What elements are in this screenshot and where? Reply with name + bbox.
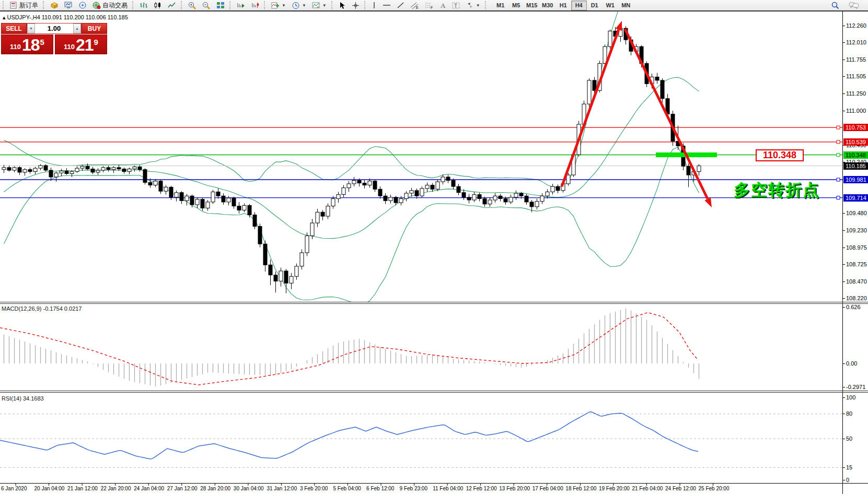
timeframe-button-m15[interactable]: M15 — [524, 1, 540, 10]
text-label-button[interactable]: T — [449, 0, 463, 10]
time-axis-label: 21 Jan 12:00 — [67, 486, 98, 491]
time-axis[interactable]: 6 Jan 202020 Jan 04:0021 Jan 12:0022 Jan… — [0, 484, 842, 494]
periods-button[interactable]: ▼ — [289, 0, 309, 10]
pane-separator[interactable] — [0, 391, 868, 391]
time-axis-border — [0, 483, 868, 484]
toolbar-grip — [264, 1, 267, 9]
channel-button[interactable]: E — [408, 0, 422, 10]
line-chart-button[interactable] — [165, 0, 179, 10]
timeframe-button-d1[interactable]: D1 — [587, 1, 603, 10]
price-axis[interactable]: 112.260112.010111.755111.505111.250111.0… — [842, 11, 868, 494]
zoom-out-icon — [202, 2, 211, 9]
horizontal-line-button[interactable] — [380, 0, 394, 10]
volume-decrease-button[interactable]: ▼ — [27, 23, 35, 33]
time-axis-label: 9 Feb 23:00 — [400, 486, 427, 491]
buy-price-big: 21 — [76, 37, 94, 53]
line-chart-icon — [168, 2, 176, 9]
price-level-label: 109.714 — [843, 194, 868, 202]
templates-button[interactable]: ▼ — [309, 0, 329, 10]
pane-separator[interactable] — [0, 302, 868, 302]
sell-button[interactable]: SELL — [1, 23, 27, 34]
fibonacci-button[interactable]: F — [422, 0, 436, 10]
horizontal-line-icon — [383, 2, 391, 9]
toolbar-grip — [485, 1, 488, 9]
price-axis-tick: 100 — [843, 394, 868, 401]
sell-price[interactable]: 110185 — [1, 34, 53, 54]
zoom-out-button[interactable] — [200, 0, 213, 10]
terminal-icon — [64, 2, 73, 9]
signals-button[interactable] — [76, 0, 89, 10]
indicators-button[interactable]: ▼ — [269, 0, 288, 10]
timeframe-button-mn[interactable]: MN — [618, 1, 634, 10]
toolbar-grip — [364, 1, 367, 9]
vertical-line-icon — [372, 2, 377, 9]
price-level-label: 109.981 — [843, 176, 868, 183]
search-button[interactable] — [828, 0, 842, 10]
new-order-label: 新订单 — [19, 1, 38, 10]
tile-windows-icon — [216, 2, 225, 9]
auto-trading-icon — [92, 2, 101, 9]
arrows-button[interactable]: ▼ — [464, 0, 483, 10]
buy-price[interactable]: 110219 — [55, 34, 107, 54]
chevron-down-icon: ▼ — [476, 3, 480, 8]
bar-chart-icon — [140, 2, 148, 9]
annotation-turning-point[interactable]: 多空转折点 — [734, 179, 820, 201]
price-axis-tick: 80 — [843, 410, 868, 417]
price-axis-tick: 111.000 — [843, 108, 868, 114]
text-button[interactable]: A — [437, 0, 449, 10]
market-watch-icon — [50, 2, 59, 9]
time-axis-label: 12 Feb 12:00 — [466, 486, 497, 491]
market-watch-button[interactable] — [48, 0, 61, 10]
new-order-button[interactable]: 新订单 — [7, 0, 41, 10]
time-axis-label: 6 Feb 12:00 — [366, 486, 394, 491]
chat-button[interactable] — [846, 0, 862, 10]
timeframe-button-m5[interactable]: M5 — [508, 1, 524, 10]
main-chart-canvas[interactable] — [0, 11, 842, 494]
auto-trading-button[interactable]: 自动交易 — [90, 0, 130, 10]
signals-icon — [78, 2, 87, 9]
timeframe-button-m1[interactable]: M1 — [493, 1, 508, 10]
toolbar-grip — [132, 1, 135, 9]
timeframe-button-m30[interactable]: M30 — [540, 1, 555, 10]
bar-chart-button[interactable] — [137, 0, 151, 10]
one-click-panel: SELL ▼ ▲ BUY 110185 110219 — [1, 23, 107, 54]
terminal-button[interactable] — [62, 0, 75, 10]
pane-separator — [0, 303, 868, 304]
auto-scroll-icon — [237, 2, 245, 9]
price-axis-tick: 50 — [843, 436, 868, 442]
time-axis-label: 25 Feb 20:00 — [699, 486, 730, 491]
candlestick-chart-icon — [154, 2, 162, 9]
timeframe-button-h4[interactable]: H4 — [571, 1, 587, 10]
timeframe-button-w1[interactable]: W1 — [603, 1, 618, 10]
chart-shift-button[interactable] — [248, 0, 262, 10]
pane-separator — [0, 392, 868, 393]
time-axis-label: 27 Jan 12:00 — [167, 486, 198, 491]
svg-text:T: T — [454, 3, 457, 8]
auto-scroll-button[interactable] — [234, 0, 248, 10]
time-axis-label: 21 Feb 04:00 — [632, 486, 663, 491]
zoom-in-button[interactable] — [186, 0, 199, 10]
price-axis-tick: 108.470 — [843, 278, 868, 285]
cursor-button[interactable] — [336, 0, 349, 10]
symbol-collapse-icon[interactable]: ▴ — [3, 14, 7, 20]
price-axis-tick: 15 — [843, 464, 868, 471]
price-axis-tick: 111.755 — [843, 56, 868, 63]
toolbar-grip — [43, 1, 45, 9]
crosshair-button[interactable] — [349, 0, 362, 10]
trendline-button[interactable] — [394, 0, 407, 10]
text-icon: A — [439, 2, 446, 9]
indicators-icon — [271, 2, 280, 9]
price-axis-tick: 112.010 — [843, 39, 868, 46]
time-axis-label: 28 Jan 20:00 — [200, 486, 230, 491]
symbol-ohlc-text: USDJPY-,H4 110.091 110.200 110.006 110.1… — [7, 14, 128, 20]
time-axis-label: 24 Feb 12:00 — [665, 486, 696, 491]
toolbar: 新订单 自动交易 ▼ ▼ ▼ E F A T ▼ M1M5M15M30H1H4D… — [0, 0, 868, 11]
timeframe-button-h1[interactable]: H1 — [555, 1, 571, 10]
annotation-price-tag[interactable]: 110.348 — [756, 149, 804, 161]
candlestick-chart-button[interactable] — [151, 0, 165, 10]
vertical-line-button[interactable] — [369, 0, 379, 10]
tile-windows-button[interactable] — [214, 0, 227, 10]
volume-increase-button[interactable]: ▲ — [73, 23, 81, 33]
toolbar-grip — [181, 1, 183, 9]
rsi-label: RSI(14) 34.1683 — [2, 395, 44, 402]
